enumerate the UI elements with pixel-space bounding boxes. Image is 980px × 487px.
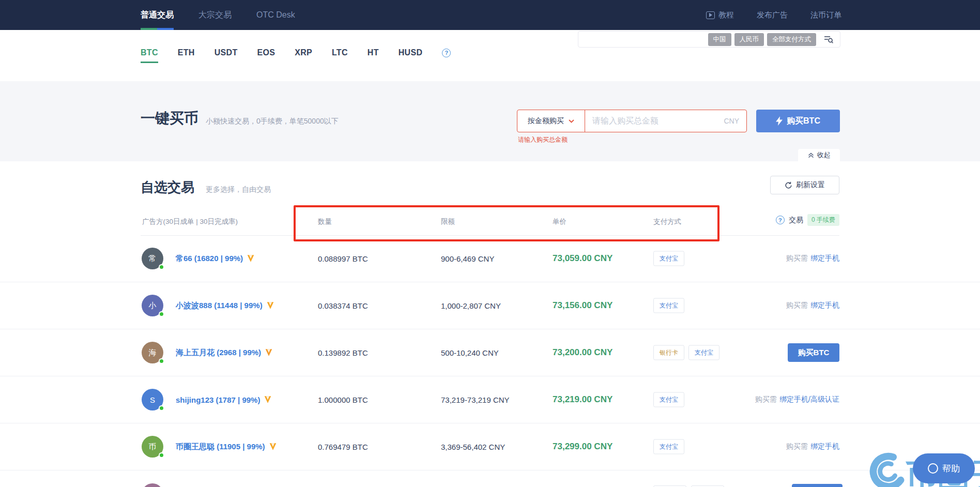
chevron-down-icon: [569, 119, 574, 123]
col-payment: 支付方式: [653, 217, 681, 226]
quantity-value: 1.000000 BTC: [318, 395, 368, 404]
payment-pill-bankcard: 银行卡: [653, 345, 684, 360]
price-value: 73,156.00 CNY: [553, 300, 612, 311]
advertiser-link[interactable]: 海上五月花 (2968 | 99%): [176, 348, 273, 358]
row-buy-btc-button[interactable]: 购买BTC: [788, 343, 839, 362]
collapse-label: 收起: [817, 150, 831, 160]
quick-buy-button-label: 购买BTC: [787, 116, 820, 127]
col-unit-price: 单价: [553, 217, 566, 226]
advertiser-link[interactable]: 小波波888 (11448 | 99%): [176, 301, 274, 311]
col-trade: 交易: [789, 216, 803, 225]
nav-links: 教程 发布广告 法币订单: [706, 0, 841, 30]
requirement: 购买需 绑定手机: [786, 254, 839, 263]
zero-fee-badge: 0 手续费: [807, 214, 839, 226]
refresh-settings-button[interactable]: 刷新设置: [770, 176, 839, 194]
filter-currency[interactable]: 人民币: [734, 33, 764, 46]
nav-link-fiat-orders[interactable]: 法币订单: [810, 10, 841, 20]
nav-link-label: 教程: [718, 10, 734, 20]
refresh-icon: [785, 181, 792, 189]
payment-pill-alipay: 支付宝: [653, 298, 684, 313]
refresh-label: 刷新设置: [796, 180, 825, 190]
payment-methods: 支付宝: [653, 392, 684, 407]
col-advertiser: 广告方(30日成单 | 30日完成率): [142, 217, 238, 226]
nav-tab-normal-trade[interactable]: 普通交易: [141, 0, 174, 30]
nav-link-label: 发布广告: [757, 10, 788, 20]
advertiser-link[interactable]: 币圈王思聪 (11905 | 99%): [176, 442, 277, 452]
active-tab-indicator: [141, 28, 174, 30]
quantity-value: 0.038374 BTC: [318, 301, 368, 310]
self-trade-subtitle: 更多选择，自由交易: [206, 185, 271, 194]
ad-row: 常 常66 (16820 | 99%) 0.088997 BTC 900-6,4…: [0, 235, 980, 282]
avatar: 海: [142, 342, 163, 363]
payment-pill-alipay: 支付宝: [653, 439, 684, 454]
nav-tab-label: 大宗交易: [198, 10, 232, 21]
nav-tabs: 普通交易 大宗交易 OTC Desk: [141, 0, 295, 30]
avatar: 小: [142, 295, 163, 316]
col-trade-group: ? 交易 0 手续费: [776, 214, 839, 226]
quantity-value: 0.139892 BTC: [318, 348, 368, 357]
collapse-button[interactable]: 收起: [798, 149, 840, 161]
gold-medal-icon: [264, 396, 272, 404]
top-nav: 普通交易 大宗交易 OTC Desk 教程 发布广告 法币订单: [0, 0, 980, 30]
nav-link-label: 法币订单: [810, 10, 841, 20]
payment-methods: 支付宝: [653, 251, 684, 266]
self-trade-title: 自选交易: [141, 178, 194, 196]
row-buy-btc-button[interactable]: [792, 484, 843, 487]
online-dot: [159, 264, 164, 270]
coin-tab-ht[interactable]: HT: [368, 42, 379, 63]
online-dot: [159, 311, 164, 317]
limit-value: 500-10,240 CNY: [441, 348, 499, 357]
ad-row-partial: [0, 471, 980, 487]
trade-help-icon[interactable]: ?: [776, 216, 785, 224]
nav-tab-label: 普通交易: [141, 10, 174, 21]
quick-buy-button[interactable]: 购买BTC: [756, 110, 840, 132]
col-quantity: 数量: [318, 217, 332, 226]
limit-value: 900-6,469 CNY: [441, 254, 494, 263]
ad-row: 币 币圈王思聪 (11905 | 99%) 0.769479 BTC 3,369…: [0, 423, 980, 470]
amount-error-message: 请输入购买总金额: [518, 135, 568, 144]
coin-tab-usdt[interactable]: USDT: [215, 42, 238, 63]
bind-phone-link[interactable]: 绑定手机: [810, 254, 839, 263]
help-chat-label: 帮助: [942, 463, 960, 475]
nav-tab-otc-desk[interactable]: OTC Desk: [256, 0, 295, 30]
quick-buy-subtitle: 小额快速交易，0手续费，单笔50000以下: [206, 117, 339, 126]
price-value: 73,219.00 CNY: [553, 394, 612, 405]
bind-phone-link[interactable]: 绑定手机: [810, 301, 839, 310]
amount-input[interactable]: [585, 116, 724, 126]
filter-region[interactable]: 中国: [708, 33, 731, 46]
currency-unit: CNY: [724, 117, 746, 125]
coin-tab-xrp[interactable]: XRP: [295, 42, 312, 63]
payment-methods: 支付宝: [653, 439, 684, 454]
online-dot: [159, 452, 164, 458]
coin-tab-btc[interactable]: BTC: [141, 42, 158, 63]
nav-tab-block-trade[interactable]: 大宗交易: [198, 0, 232, 30]
buy-mode-select[interactable]: 按金额购买: [517, 110, 585, 132]
requirement: 购买需 绑定手机: [786, 442, 839, 451]
coin-tab-eth[interactable]: ETH: [178, 42, 195, 63]
advertiser-link[interactable]: shijing123 (1787 | 99%): [176, 395, 272, 404]
payment-methods: 支付宝: [653, 298, 684, 313]
coin-tab-husd[interactable]: HUSD: [399, 42, 423, 63]
bind-phone-link[interactable]: 绑定手机: [810, 442, 839, 451]
col-limit: 限额: [441, 217, 455, 226]
online-dot: [159, 405, 164, 411]
requirement: 购买需 绑定手机/高级认证: [755, 395, 839, 404]
bind-phone-advanced-link[interactable]: 绑定手机/高级认证: [779, 395, 839, 404]
coin-tab-ltc[interactable]: LTC: [332, 42, 348, 63]
advertiser-link[interactable]: 常66 (16820 | 99%): [176, 254, 255, 264]
nav-link-post-ad[interactable]: 发布广告: [757, 10, 788, 20]
price-value: 73,059.00 CNY: [553, 253, 612, 264]
play-icon: [706, 11, 715, 19]
filter-search-icon[interactable]: [823, 35, 834, 44]
nav-link-tutorial[interactable]: 教程: [706, 10, 734, 20]
help-chat-button[interactable]: 帮助: [913, 453, 975, 483]
avatar: [142, 483, 163, 487]
coin-tab-eos[interactable]: EOS: [257, 42, 275, 63]
limit-value: 3,369-56,402 CNY: [441, 443, 505, 451]
gold-medal-icon: [265, 349, 273, 357]
avatar: 币: [142, 436, 163, 458]
limit-value: 1,000-2,807 CNY: [441, 301, 501, 310]
husd-help-icon[interactable]: ?: [442, 49, 451, 57]
filter-payment[interactable]: 全部支付方式: [767, 33, 816, 46]
quantity-value: 0.769479 BTC: [318, 443, 368, 451]
